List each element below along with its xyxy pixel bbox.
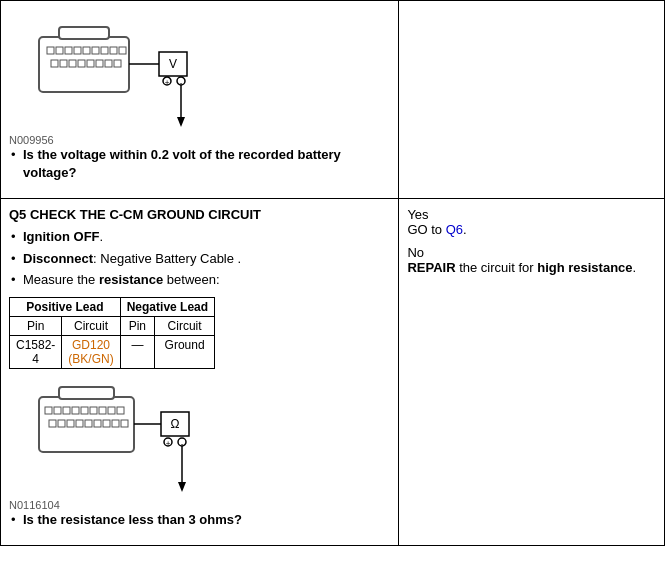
table-header-row: Positive Lead Negative Lead — [10, 297, 215, 316]
svg-rect-40 — [49, 420, 56, 427]
table-data-row: C1582-4 GD120(BK/GN) — Ground — [10, 335, 215, 368]
svg-rect-8 — [101, 47, 108, 54]
svg-rect-32 — [54, 407, 61, 414]
top-row: V + - N009956 Is the — [1, 1, 665, 199]
q5-step-2: Disconnect: Negative Battery Cable . — [9, 250, 390, 268]
svg-rect-16 — [96, 60, 103, 67]
no-block: No REPAIR the circuit for high resistanc… — [407, 245, 656, 275]
q5-header: Q5 CHECK THE C-CM GROUND CIRCUIT — [9, 207, 390, 222]
svg-rect-15 — [87, 60, 94, 67]
svg-rect-5 — [74, 47, 81, 54]
svg-rect-44 — [85, 420, 92, 427]
pin-header-2: Pin — [120, 316, 154, 335]
resistance-question: Is the resistance less than 3 ohms? — [23, 512, 242, 527]
circuit-header-2: Circuit — [155, 316, 215, 335]
svg-rect-18 — [114, 60, 121, 67]
q5-left-cell: Q5 CHECK THE C-CM GROUND CIRCUIT Ignitio… — [1, 199, 399, 546]
cell-pin-neg: — — [120, 335, 154, 368]
cell-pin-pos: C1582-4 — [10, 335, 62, 368]
svg-rect-35 — [81, 407, 88, 414]
q5-step-1: Ignition OFF. — [9, 228, 390, 246]
no-action: REPAIR the circuit for high resistance. — [407, 260, 656, 275]
svg-rect-4 — [65, 47, 72, 54]
yes-block: Yes GO to Q6. — [407, 207, 656, 237]
svg-marker-28 — [177, 117, 185, 127]
svg-rect-2 — [47, 47, 54, 54]
svg-rect-38 — [108, 407, 115, 414]
top-left-cell: V + - N009956 Is the — [1, 1, 399, 199]
q5-right-cell: Yes GO to Q6. No REPAIR the circuit for … — [399, 199, 665, 546]
negative-lead-header: Negative Lead — [120, 297, 214, 316]
cell-circuit-neg: Ground — [155, 335, 215, 368]
svg-rect-47 — [112, 420, 119, 427]
top-right-cell — [399, 1, 665, 199]
svg-rect-41 — [58, 420, 65, 427]
top-diagram-note: N009956 — [9, 134, 390, 146]
cell-circuit-pos: GD120(BK/GN) — [62, 335, 120, 368]
yes-label: Yes — [407, 207, 656, 222]
svg-rect-17 — [105, 60, 112, 67]
svg-text:+: + — [165, 78, 170, 87]
svg-rect-11 — [51, 60, 58, 67]
voltage-diagram: V + - — [19, 17, 390, 130]
resistance-question-list: Is the resistance less than 3 ohms? — [9, 511, 390, 529]
resistance-diagram: Ω + - — [19, 377, 390, 495]
pin-header-1: Pin — [10, 316, 62, 335]
svg-marker-58 — [178, 482, 186, 492]
svg-rect-45 — [94, 420, 101, 427]
svg-rect-7 — [92, 47, 99, 54]
svg-rect-6 — [83, 47, 90, 54]
svg-rect-1 — [59, 27, 109, 39]
svg-rect-36 — [90, 407, 97, 414]
svg-rect-42 — [67, 420, 74, 427]
svg-rect-14 — [78, 60, 85, 67]
svg-rect-39 — [117, 407, 124, 414]
svg-rect-46 — [103, 420, 110, 427]
q5-step-3: Measure the resistance between: — [9, 271, 390, 289]
table-subheader-row: Pin Circuit Pin Circuit — [10, 316, 215, 335]
svg-rect-31 — [45, 407, 52, 414]
circuit-header-1: Circuit — [62, 316, 120, 335]
svg-rect-43 — [76, 420, 83, 427]
q5-row: Q5 CHECK THE C-CM GROUND CIRCUIT Ignitio… — [1, 199, 665, 546]
yes-action: GO to Q6. — [407, 222, 656, 237]
q6-link[interactable]: Q6 — [446, 222, 463, 237]
svg-text:+: + — [166, 439, 171, 448]
svg-rect-13 — [69, 60, 76, 67]
svg-rect-34 — [72, 407, 79, 414]
svg-rect-48 — [121, 420, 128, 427]
svg-text:V: V — [169, 57, 177, 71]
svg-rect-30 — [59, 387, 114, 399]
svg-rect-10 — [119, 47, 126, 54]
svg-rect-3 — [56, 47, 63, 54]
svg-rect-12 — [60, 60, 67, 67]
resistance-diagram-note: N0116104 — [9, 499, 390, 511]
measurement-table: Positive Lead Negative Lead Pin Circuit … — [9, 297, 215, 369]
svg-text:Ω: Ω — [171, 417, 180, 431]
top-question-list: Is the voltage within 0.2 volt of the re… — [9, 146, 390, 182]
svg-rect-37 — [99, 407, 106, 414]
svg-rect-33 — [63, 407, 70, 414]
no-label: No — [407, 245, 656, 260]
top-question: Is the voltage within 0.2 volt of the re… — [23, 147, 341, 180]
svg-rect-9 — [110, 47, 117, 54]
positive-lead-header: Positive Lead — [10, 297, 121, 316]
q5-steps: Ignition OFF. Disconnect: Negative Batte… — [9, 228, 390, 289]
